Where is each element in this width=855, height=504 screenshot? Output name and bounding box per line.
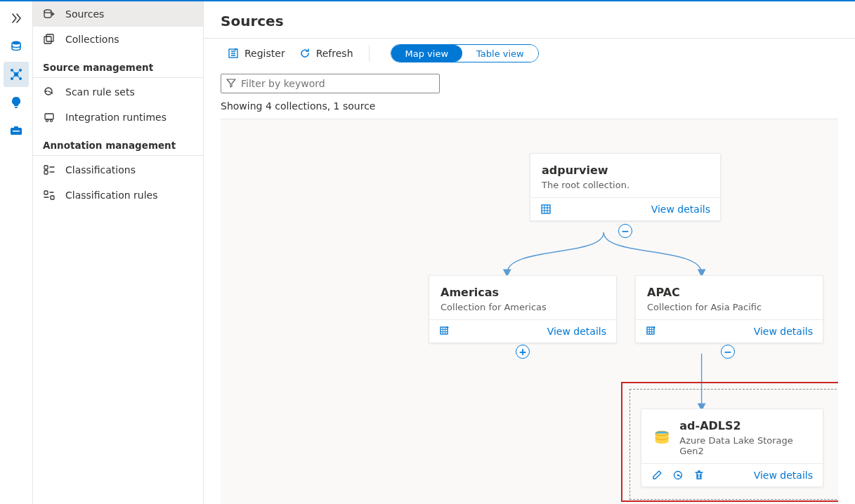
runtimes-icon <box>43 111 56 124</box>
svg-point-16 <box>51 120 53 122</box>
svg-rect-20 <box>51 196 54 199</box>
grid-add-icon[interactable] <box>439 326 450 337</box>
classifications-icon <box>43 164 56 176</box>
register-icon <box>228 48 239 59</box>
sources-icon <box>43 8 56 20</box>
collection-card-root[interactable]: adpurview The root collection. View deta… <box>530 153 721 221</box>
view-details-link[interactable]: View details <box>754 326 813 337</box>
svg-rect-14 <box>45 114 53 119</box>
view-details-link[interactable]: View details <box>651 204 710 215</box>
register-label: Register <box>244 48 285 59</box>
card-title: adpurview <box>542 164 709 177</box>
toolbar: Register Refresh Map view Table view <box>204 39 855 68</box>
left-icon-rail <box>0 1 33 504</box>
svg-point-5 <box>19 77 22 80</box>
collections-icon <box>43 33 56 46</box>
refresh-label: Refresh <box>316 48 353 59</box>
svg-rect-18 <box>44 171 48 174</box>
svg-point-0 <box>12 41 20 45</box>
sidebar-item-label: Scan rule sets <box>65 86 135 98</box>
filter-input-wrapper <box>221 74 440 93</box>
sidebar-item-label: Classifications <box>65 164 136 175</box>
svg-rect-9 <box>13 131 20 132</box>
svg-rect-17 <box>44 166 48 169</box>
rail-management-icon[interactable] <box>4 118 29 143</box>
collapse-node-button[interactable]: − <box>618 224 632 238</box>
map-canvas[interactable]: adpurview The root collection. View deta… <box>221 119 838 504</box>
svg-rect-6 <box>15 107 18 108</box>
sidebar-item-label: Classification rules <box>65 190 158 201</box>
classification-rules-icon <box>43 189 56 201</box>
svg-point-4 <box>11 77 13 80</box>
annotation-highlight <box>621 382 838 502</box>
card-title: APAC <box>647 286 811 299</box>
refresh-icon <box>299 48 311 59</box>
sidebar-item-classifications[interactable]: Classifications <box>33 157 203 183</box>
svg-rect-19 <box>44 191 48 194</box>
card-subtitle: The root collection. <box>542 180 709 190</box>
scan-icon <box>43 86 56 98</box>
filter-icon <box>226 78 236 88</box>
rail-data-map-icon[interactable] <box>4 62 29 87</box>
rail-expand-button[interactable] <box>4 6 29 31</box>
expand-node-button[interactable]: + <box>516 345 530 359</box>
card-subtitle: Collection for Asia Pacific <box>647 302 811 312</box>
sidebar-item-collections[interactable]: Collections <box>33 27 203 52</box>
svg-rect-12 <box>46 34 53 41</box>
sidebar-item-integration-runtimes[interactable]: Integration runtimes <box>33 105 203 130</box>
refresh-button[interactable]: Refresh <box>292 45 360 62</box>
table-view-button[interactable]: Table view <box>462 45 538 62</box>
sidebar-item-classification-rules[interactable]: Classification rules <box>33 183 203 208</box>
svg-rect-8 <box>14 126 18 128</box>
svg-point-10 <box>44 10 51 13</box>
view-toggle: Map view Table view <box>391 44 539 62</box>
sidebar-item-label: Sources <box>65 8 104 20</box>
collection-card-apac[interactable]: APAC Collection for Asia Pacific View de… <box>635 275 823 343</box>
collapse-node-button[interactable]: − <box>721 345 735 359</box>
toolbar-separator <box>369 45 370 62</box>
svg-point-15 <box>46 120 48 122</box>
grid-icon[interactable] <box>540 204 551 215</box>
card-subtitle: Collection for Americas <box>440 302 605 312</box>
svg-point-3 <box>19 69 22 72</box>
sidebar-item-label: Collections <box>65 34 119 45</box>
sidebar: Sources Collections Source management Sc… <box>33 1 204 504</box>
map-view-button[interactable]: Map view <box>391 45 463 62</box>
sidebar-group-source-mgmt: Source management <box>33 52 203 78</box>
result-count: Showing 4 collections, 1 source <box>204 96 855 119</box>
collection-card-americas[interactable]: Americas Collection for Americas View de… <box>429 275 617 343</box>
rail-insights-icon[interactable] <box>4 90 29 115</box>
sidebar-group-annotation-mgmt: Annotation management <box>33 130 203 156</box>
register-button[interactable]: Register <box>221 45 292 62</box>
view-details-link[interactable]: View details <box>547 326 606 337</box>
grid-add-icon[interactable] <box>646 326 657 337</box>
filter-input[interactable] <box>221 74 440 93</box>
svg-rect-24 <box>440 327 448 334</box>
sidebar-item-sources[interactable]: Sources <box>33 1 203 27</box>
svg-rect-11 <box>44 37 51 44</box>
rail-data-catalog-icon[interactable] <box>4 34 29 59</box>
main-content: Sources Register Refresh Map view Table … <box>204 1 855 504</box>
sidebar-item-label: Integration runtimes <box>65 112 167 123</box>
sidebar-item-scan-rule-sets[interactable]: Scan rule sets <box>33 79 203 105</box>
svg-rect-25 <box>647 327 654 334</box>
svg-point-2 <box>11 69 13 72</box>
svg-rect-23 <box>542 205 550 213</box>
card-title: Americas <box>440 286 605 299</box>
page-title: Sources <box>204 1 855 38</box>
